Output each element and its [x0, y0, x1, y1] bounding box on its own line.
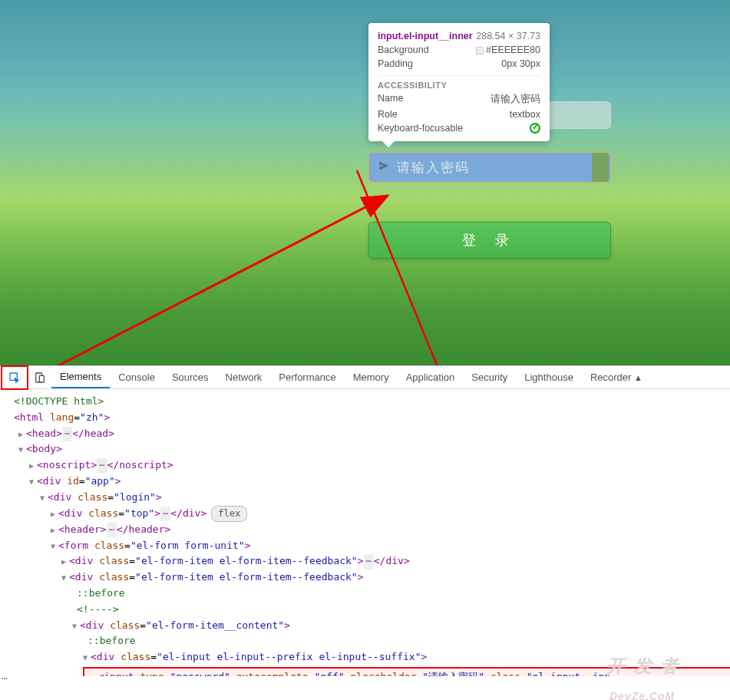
tab-elements[interactable]: Elements — [51, 366, 110, 388]
tab-lighthouse[interactable]: Lighthouse — [516, 367, 582, 388]
password-placeholder: 请输入密码 — [397, 159, 592, 177]
dom-line[interactable]: ▶<head>⋯</head> — [3, 426, 727, 442]
dom-line[interactable]: ::before — [3, 633, 727, 649]
dom-line[interactable]: <!----> — [3, 602, 727, 618]
inspect-element-button[interactable] — [4, 368, 25, 388]
send-icon — [378, 160, 389, 174]
tab-performance[interactable]: Performance — [270, 367, 344, 388]
dom-line[interactable]: ▼<form class="el-form form-unit"> — [3, 538, 727, 554]
tooltip-bg-value: #EEEEEE80 — [476, 45, 540, 55]
tooltip-name-label: Name — [378, 93, 403, 106]
dom-line[interactable]: ▶<div class="el-form-item el-form-item--… — [3, 553, 727, 570]
dom-line[interactable]: ▼<div id="app"> — [3, 474, 727, 490]
svg-line-0 — [23, 196, 388, 384]
tab-security[interactable]: Security — [463, 367, 516, 388]
dom-line[interactable]: ▼<body> — [3, 441, 727, 457]
dom-line[interactable]: ▶<noscript>⋯</noscript> — [3, 457, 727, 474]
tab-network[interactable]: Network — [217, 367, 271, 388]
devtools-panel: Elements Console Sources Network Perform… — [0, 365, 730, 700]
page-background: 请输入密码 登 录 input.el-input__inner 288.54 ×… — [0, 0, 730, 365]
tab-memory[interactable]: Memory — [345, 367, 398, 388]
tooltip-accessibility-heading: ACCESSIBILITY — [378, 81, 540, 90]
dom-line[interactable]: ▼<div class="login"> — [3, 490, 727, 506]
login-button-label: 登 录 — [462, 231, 517, 249]
devtools-tabs: Elements Console Sources Network Perform… — [0, 366, 730, 389]
check-icon — [530, 123, 540, 134]
tooltip-name-value: 请输入密码 — [491, 93, 540, 106]
tooltip-dimensions: 288.54 × 37.73 — [476, 31, 540, 41]
dom-tree[interactable]: <!DOCTYPE html> <html lang="zh"> ▶<head>… — [0, 389, 730, 676]
dom-line[interactable]: <!DOCTYPE html> — [3, 394, 727, 410]
tab-recorder[interactable]: Recorder ▲ — [582, 367, 651, 388]
tooltip-role-label: Role — [378, 109, 398, 120]
dom-line[interactable]: ▶<header>⋯</header> — [3, 522, 727, 538]
dom-line[interactable]: ▼<div class="el-form-item__content"> — [3, 618, 727, 634]
svg-rect-4 — [39, 375, 44, 382]
tooltip-kbd-label: Keyboard-focusable — [378, 123, 463, 134]
tooltip-bg-label: Background — [378, 45, 429, 55]
tooltip-selector: input.el-input__inner — [378, 31, 473, 41]
tooltip-padding-label: Padding — [378, 58, 413, 69]
dom-line[interactable]: ::before — [3, 586, 727, 602]
dom-line[interactable]: ▼<div class="el-form-item el-form-item--… — [3, 570, 727, 586]
tooltip-role-value: textbox — [510, 109, 540, 120]
tooltip-padding-value: 0px 30px — [501, 58, 540, 69]
more-icon[interactable]: ⋯ — [2, 672, 8, 684]
tab-console[interactable]: Console — [110, 367, 164, 388]
watermark: 开 发 者DevZe.CoM — [606, 654, 730, 700]
dom-line[interactable]: ▶<div class="top">⋯</div>flex — [3, 506, 727, 522]
inspect-tool-highlight — [1, 365, 28, 390]
tab-sources[interactable]: Sources — [164, 367, 217, 388]
device-toggle-button[interactable] — [29, 368, 51, 388]
dom-line[interactable]: <html lang="zh"> — [3, 410, 727, 426]
suffix-icon — [592, 153, 609, 182]
login-button[interactable]: 登 录 — [368, 222, 611, 259]
password-field[interactable]: 请输入密码 — [368, 152, 611, 183]
tab-application[interactable]: Application — [398, 367, 464, 388]
inspect-tooltip: input.el-input__inner 288.54 × 37.73 Bac… — [368, 23, 550, 141]
